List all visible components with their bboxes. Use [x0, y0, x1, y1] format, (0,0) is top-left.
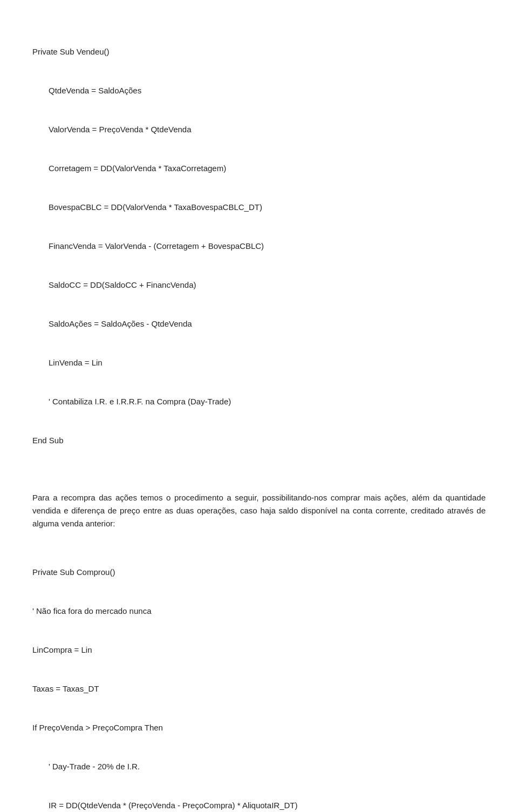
code-line: LinVenda = Lin	[32, 356, 486, 369]
code-line: LinCompra = Lin	[32, 644, 486, 657]
code-section-2: Private Sub Comprou() ' Não fica fora do…	[32, 540, 486, 812]
code-line: ' Day-Trade - 20% de I.R.	[32, 760, 486, 773]
code-line: SaldoCC = DD(SaldoCC + FinancVenda)	[32, 279, 486, 292]
code-line: End Sub	[32, 434, 486, 447]
section-gap	[32, 476, 486, 482]
page-container: Private Sub Vendeu() QtdeVenda = SaldoAç…	[0, 0, 518, 812]
prose-paragraph: Para a recompra das ações temos o proced…	[32, 491, 486, 530]
code-line: QtdeVenda = SaldoAções	[32, 84, 486, 97]
code-line: Taxas = Taxas_DT	[32, 682, 486, 695]
code-line: ' Não fica fora do mercado nunca	[32, 605, 486, 618]
code-line: If PreçoVenda > PreçoCompra Then	[32, 721, 486, 734]
code-line: FinancVenda = ValorVenda - (Corretagem +…	[32, 240, 486, 253]
code-line: SaldoAções = SaldoAções - QtdeVenda	[32, 317, 486, 330]
code-line: ValorVenda = PreçoVenda * QtdeVenda	[32, 123, 486, 136]
content-block: Private Sub Vendeu() QtdeVenda = SaldoAç…	[32, 19, 486, 812]
code-line: BovespaCBLC = DD(ValorVenda * TaxaBovesp…	[32, 201, 486, 214]
code-line: Private Sub Vendeu()	[32, 45, 486, 58]
code-section-1: Private Sub Vendeu() QtdeVenda = SaldoAç…	[32, 19, 486, 473]
code-line: ' Contabiliza I.R. e I.R.R.F. na Compra …	[32, 395, 486, 408]
code-line: IR = DD(QtdeVenda * (PreçoVenda - PreçoC…	[32, 799, 486, 812]
code-line: Private Sub Comprou()	[32, 566, 486, 579]
code-line: Corretagem = DD(ValorVenda * TaxaCorreta…	[32, 162, 486, 175]
